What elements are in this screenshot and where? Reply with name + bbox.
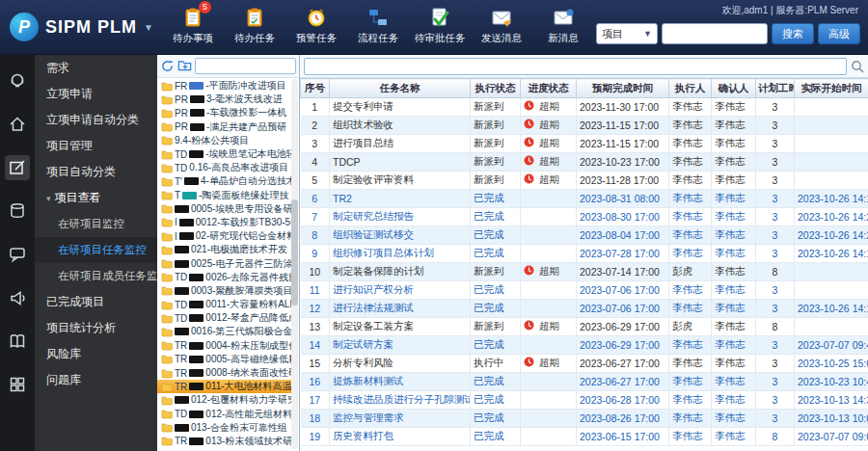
announcement-icon[interactable] <box>5 285 30 310</box>
sidebar-item[interactable]: 项目统计分析 <box>35 315 157 341</box>
tree-item[interactable]: 0005-埃映思专用设备研 <box>157 202 291 216</box>
tree-item[interactable]: TR011-大电池材料高温特性 <box>157 380 291 393</box>
table-row[interactable]: 6TR2已完成2023-08-31 08:00李伟志李伟志32023-10-26… <box>301 190 868 208</box>
tree-item[interactable]: T-陶瓷面板绝缘处理技 <box>157 189 291 202</box>
sidebar-item[interactable]: 项目自动分类 <box>35 159 157 185</box>
sidebar-item[interactable]: 项目管理 <box>35 133 157 159</box>
database-icon[interactable] <box>5 199 30 224</box>
folder-icon <box>161 422 173 433</box>
sidebar-item[interactable]: 立项申请自动分类 <box>35 107 157 133</box>
table-row[interactable]: 17持续改进品质进行分子孔隙测试已完成2023-06-28 17:00李伟志李伟… <box>301 391 868 410</box>
column-header[interactable]: 执行人 <box>669 79 712 98</box>
task-search-input[interactable] <box>304 58 847 75</box>
table-row[interactable]: 18监控与管理需求已完成2023-08-26 17:00李伟志李伟志32023-… <box>301 410 868 428</box>
tree-item[interactable]: PR3-毫米波天线改进 <box>157 93 291 106</box>
sidebar-item[interactable]: ▾项目查看 <box>35 185 157 211</box>
table-row[interactable]: 16提炼新材料测试已完成2023-06-27 17:00李伟志李伟志32023-… <box>301 373 868 391</box>
table-row[interactable]: 11进行知识产权分析已完成2023-07-06 17:00李伟志李伟志3 <box>301 281 868 300</box>
table-row[interactable]: 14制定试研方案已完成2023-06-29 17:00李伟志李伟志32023-0… <box>301 336 868 355</box>
sidebar-item[interactable]: 在研项目任务监控 <box>35 237 157 263</box>
tree-item[interactable]: 021-电极抛磨技术开发 <box>157 243 291 256</box>
tree-scrollbar-thumb[interactable] <box>291 199 298 305</box>
edit-icon[interactable] <box>5 155 30 180</box>
tree-item[interactable]: TD0.16-高良品率改进项目 <box>157 161 291 174</box>
app-logo[interactable]: P SIPM PLM ▼ <box>10 13 153 41</box>
column-header[interactable]: 进度状态 <box>521 79 577 98</box>
tree-item[interactable]: 0016-第三代炼阳极合金材 <box>157 325 291 338</box>
chevron-down-icon[interactable]: ▼ <box>144 22 153 33</box>
search-scope-select[interactable]: 项目 ▼ <box>596 23 658 44</box>
refresh-icon[interactable] <box>160 59 175 73</box>
grid-icon[interactable] <box>5 372 30 397</box>
search-button[interactable]: 搜索 <box>772 23 814 44</box>
tree-item[interactable]: TD0011-大容量粉料ALD包覆 <box>157 298 291 311</box>
tree-item[interactable]: I0012-车载投影TB30-5G <box>157 216 291 229</box>
home-icon[interactable] <box>5 112 30 137</box>
column-header[interactable]: 实际开始时间 <box>795 79 868 98</box>
tree-item[interactable]: TD-埃映思笔记本电池轻 <box>157 147 291 161</box>
column-header[interactable]: 预期完成时间 <box>577 79 669 98</box>
column-header[interactable]: 确认人 <box>712 79 756 98</box>
toolbar-item-new-message[interactable]: 新消息 <box>536 6 590 45</box>
tree-item[interactable]: TR013-粉末领域技术研究 <box>157 435 291 448</box>
table-row[interactable]: 3进行项目总结新派到 超期2023-11-15 17:00李伟志李伟志3 <box>301 135 868 153</box>
tree-item[interactable]: 9.4-粉体公共项目 <box>157 134 291 147</box>
book-icon[interactable] <box>5 329 30 354</box>
table-row[interactable]: 10制定装备保障的计划新派到 超期2023-07-14 17:00彭虎李伟志8 <box>301 263 868 281</box>
table-row[interactable]: 8组织验证测试移交已完成2023-08-04 17:00李伟志李伟志32023-… <box>301 226 868 245</box>
tree-item[interactable]: TD0012-琴盒产品降低成本研 <box>157 311 291 325</box>
actual-start: 2023-10-26 14:29 <box>795 208 868 226</box>
toolbar-item-alert-tasks[interactable]: 预警任务 <box>289 6 343 45</box>
redaction-block <box>179 232 194 240</box>
sidebar-item[interactable]: 已完成项目 <box>35 289 157 315</box>
tree-item[interactable]: 012-包覆材料动力学研究 <box>157 393 291 407</box>
sidebar-item[interactable]: 立项申请 <box>35 81 157 107</box>
search-input[interactable] <box>662 23 768 44</box>
table-row[interactable]: 12进行法律法规测试已完成2023-07-06 17:00李伟志李伟志32023… <box>301 300 868 318</box>
table-row[interactable]: 4TDCP新派到 超期2023-10-23 17:00李伟志李伟志3 <box>301 153 868 172</box>
table-row[interactable]: 5制定验收评审资料新派到 超期2023-11-28 17:00李伟志李伟志3 <box>301 172 868 190</box>
table-row[interactable]: 7制定研究总结报告已完成2023-08-30 17:00李伟志李伟志32023-… <box>301 208 868 226</box>
exec-status: 新派到 <box>471 318 521 336</box>
tree-item[interactable]: T'4-单晶炉自动分选技术 <box>157 174 291 188</box>
tree-item[interactable]: TR0005-高导磁绝缘低耗材 <box>157 353 291 366</box>
tree-item[interactable]: 0003-聚酰胺薄膜类项目 <box>157 284 291 298</box>
expand-folder-icon[interactable] <box>177 59 192 73</box>
tree-item[interactable]: I02-研究现代铝合金材料 <box>157 229 291 243</box>
magnifier-icon[interactable] <box>851 60 864 73</box>
tree-item[interactable]: PR-满足共建产品预研 <box>157 120 291 134</box>
tree-item[interactable]: TR0008-纳米表面改性研究生 <box>157 366 291 380</box>
toolbar-item-flow-tasks[interactable]: 流程任务 <box>351 6 405 45</box>
sidebar-item[interactable]: 在研项目成员任务监控 <box>35 263 157 289</box>
table-row[interactable]: 1提交专利申请新派到 超期2023-11-30 17:00李伟志李伟志3 <box>301 98 868 117</box>
chat-icon[interactable] <box>5 242 30 267</box>
toolbar-item-send-message[interactable]: 发送消息 <box>475 6 529 45</box>
column-header[interactable]: 执行状态 <box>471 79 521 98</box>
sidebar-item[interactable]: 在研项目监控 <box>35 211 157 237</box>
table-row[interactable]: 15分析专利风险执行中 超期2023-06-27 17:00李伟志李伟志3202… <box>301 355 868 373</box>
column-header[interactable]: 计划工时 <box>756 79 795 98</box>
tree-item[interactable]: TD012-高性能元组材料研发 <box>157 408 291 421</box>
tree-item-label: 0005-高导磁绝缘低耗材 <box>205 353 291 366</box>
tree-item[interactable]: FR-平面防冲改进项目 <box>157 79 291 93</box>
sidebar-item[interactable]: 问题库 <box>35 367 157 393</box>
tree-filter-input[interactable] <box>195 58 296 74</box>
column-header[interactable]: 任务名称 <box>330 79 471 98</box>
tree-item[interactable]: 0025-电子元器件三防涂 <box>157 256 291 270</box>
table-row[interactable]: 9组织修订项目总体计划已完成2023-07-28 17:00李伟志李伟志3202… <box>301 245 868 263</box>
table-row[interactable]: 13制定设备工装方案新派到 超期2023-06-29 17:00彭虎李伟志8 <box>301 318 868 336</box>
sidebar-item[interactable]: 风险库 <box>35 341 157 367</box>
advanced-search-button[interactable]: 高级 <box>818 23 860 44</box>
tree-item[interactable]: 013-合金粉末可靠性组 <box>157 421 291 435</box>
toolbar-item-todo-tasks[interactable]: 待办任务 <box>228 6 282 45</box>
tree-item[interactable]: TR0004-粉末压制成型仿真技 <box>157 339 291 353</box>
table-row[interactable]: 2组织技术验收新派到 超期2023-11-15 17:00李伟志李伟志3 <box>301 117 868 135</box>
column-header[interactable]: 序号 <box>301 79 330 98</box>
tree-item[interactable]: TD0026-去除元器件残留物 <box>157 271 291 284</box>
toolbar-item-approval-tasks[interactable]: 待审批任务 <box>413 6 467 45</box>
sidebar-item[interactable]: 需求 <box>35 55 157 81</box>
table-row[interactable]: 19历史资料打包已完成2023-06-15 17:00李伟志李伟志82023-0… <box>301 428 868 446</box>
tree-item[interactable]: PR-车载微投影一体机 <box>157 106 291 119</box>
toolbar-item-todo-items[interactable]: 5 待办事项 <box>166 6 220 45</box>
support-icon[interactable] <box>5 68 30 93</box>
